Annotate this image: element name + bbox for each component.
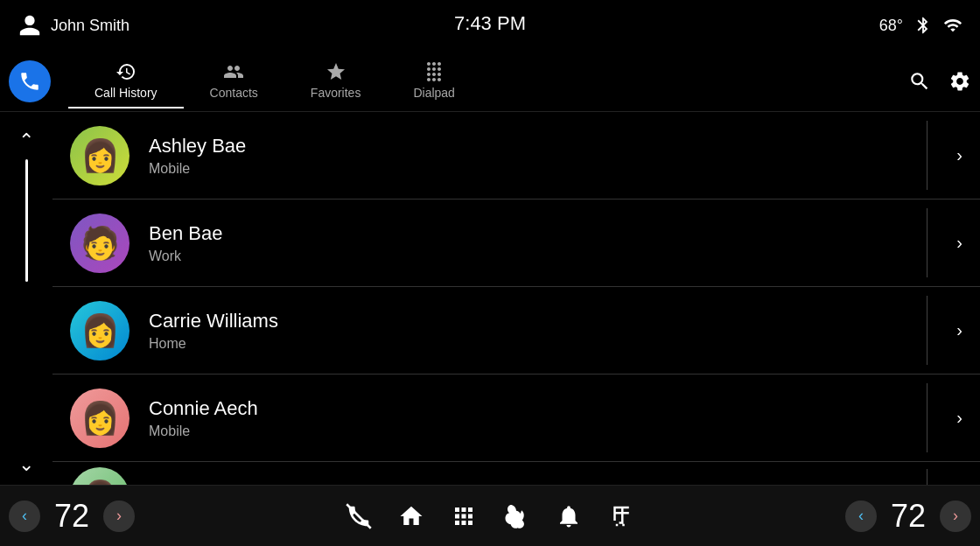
contact-name-ashley-bae: Ashley Bae (149, 135, 939, 158)
contact-name-connie-aech: Connie Aech (149, 397, 939, 420)
contact-divider (927, 383, 928, 452)
left-temp-decrease-button[interactable]: ‹ (9, 500, 40, 532)
user-icon (18, 13, 42, 38)
contact-chevron-ben-bae[interactable]: › (956, 233, 962, 253)
search-icon[interactable] (908, 70, 931, 93)
status-bar: John Smith 7:43 PM 68° (0, 0, 980, 51)
contact-item-craig-anderson[interactable]: 👨 Craig Anderson › (52, 462, 980, 485)
scroll-up-button[interactable]: ⌃ (18, 130, 34, 152)
scroll-indicator (25, 159, 28, 282)
scroll-controls: ⌃ ⌄ (0, 112, 52, 485)
left-temp-increase-button[interactable]: › (103, 500, 135, 532)
bottom-icons (346, 503, 634, 529)
svg-line-0 (346, 504, 371, 528)
notifications-icon[interactable] (556, 503, 582, 529)
user-name: John Smith (51, 17, 130, 35)
fan-icon[interactable] (503, 503, 529, 529)
contact-avatar-craig-anderson: 👨 (70, 467, 130, 486)
nav-actions (908, 70, 971, 93)
tab-favorites[interactable]: Favorites (284, 54, 388, 108)
tab-call-history[interactable]: Call History (68, 54, 184, 108)
right-temp-value: 72 (882, 498, 934, 535)
right-temp-decrease-button[interactable]: ‹ (845, 500, 877, 532)
content-area: ⌃ ⌄ 👩 Ashley Bae Mobile › 🧑 Ben Bae Work (0, 112, 980, 485)
contact-chevron-connie-aech[interactable]: › (956, 408, 962, 428)
contact-type-ashley-bae: Mobile (149, 161, 939, 177)
bottom-bar: ‹ 72 › (0, 485, 980, 546)
nav-bar: Call History Contacts Favorites Dialpad (0, 51, 980, 112)
contact-info-ben-bae: Ben Bae Work (149, 222, 939, 264)
contact-divider (927, 121, 928, 190)
left-temp-value: 72 (46, 498, 98, 535)
phone-button[interactable] (9, 60, 51, 102)
status-time: 7:43 PM (454, 12, 526, 35)
bluetooth-icon (914, 16, 933, 35)
right-temp-control: ‹ 72 › (845, 498, 971, 535)
contact-type-connie-aech: Mobile (149, 424, 939, 439)
contact-type-ben-bae: Work (149, 248, 939, 264)
contact-name-carrie-williams: Carrie Williams (149, 310, 939, 332)
contact-item-ashley-bae[interactable]: 👩 Ashley Bae Mobile › (52, 112, 980, 200)
contact-avatar-connie-aech: 👩 (70, 388, 130, 448)
contact-list: 👩 Ashley Bae Mobile › 🧑 Ben Bae Work › (52, 112, 980, 485)
contact-divider (927, 296, 928, 365)
apps-icon[interactable] (451, 503, 477, 529)
home-icon[interactable] (398, 503, 424, 529)
tab-dialpad[interactable]: Dialpad (387, 54, 480, 108)
contact-info-ashley-bae: Ashley Bae Mobile (149, 135, 939, 177)
contact-item-carrie-williams[interactable]: 👩 Carrie Williams Home › (52, 287, 980, 374)
contact-type-carrie-williams: Home (149, 336, 939, 352)
contact-chevron-carrie-williams[interactable]: › (956, 320, 962, 340)
contact-info-carrie-williams: Carrie Williams Home (149, 310, 939, 352)
contact-avatar-ben-bae: 🧑 (70, 214, 130, 273)
heated-seats-icon[interactable] (608, 503, 634, 529)
status-left: John Smith (18, 13, 130, 38)
status-right: 68° (879, 16, 962, 35)
tab-contacts[interactable]: Contacts (184, 54, 284, 108)
contact-item-connie-aech[interactable]: 👩 Connie Aech Mobile › (52, 374, 980, 462)
contact-divider (927, 208, 928, 277)
contact-avatar-ashley-bae: 👩 (70, 126, 130, 186)
settings-icon[interactable] (948, 70, 971, 93)
right-temp-increase-button[interactable]: › (940, 500, 971, 532)
contact-name-ben-bae: Ben Bae (149, 222, 939, 245)
temperature-display: 68° (879, 17, 903, 35)
mute-call-icon[interactable] (346, 503, 372, 529)
contact-info-connie-aech: Connie Aech Mobile (149, 397, 939, 439)
contact-avatar-carrie-williams: 👩 (70, 301, 130, 360)
left-temp-control: ‹ 72 › (9, 498, 135, 535)
scroll-down-button[interactable]: ⌄ (18, 453, 34, 485)
signal-icon (943, 16, 962, 35)
contact-chevron-ashley-bae[interactable]: › (956, 145, 962, 165)
contact-divider (927, 469, 928, 485)
contact-item-ben-bae[interactable]: 🧑 Ben Bae Work › (52, 200, 980, 287)
